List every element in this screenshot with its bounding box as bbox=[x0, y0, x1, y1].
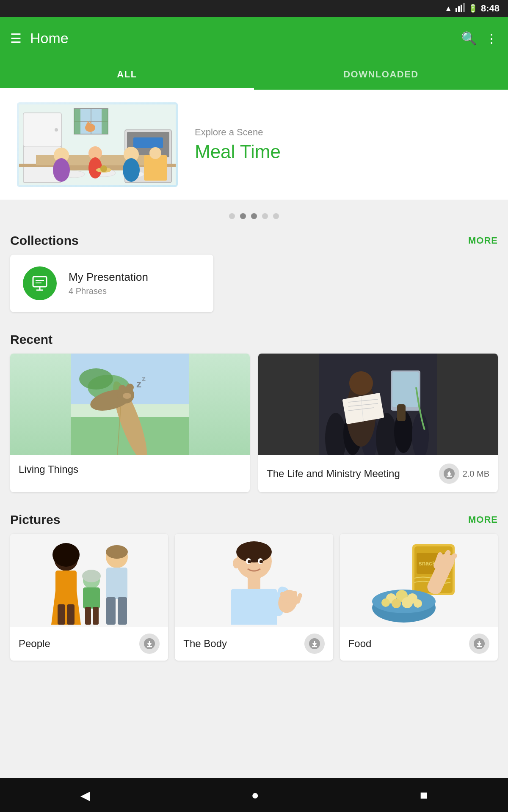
body-footer: The Body bbox=[175, 627, 333, 661]
battery-icon: 🔋 bbox=[468, 4, 478, 13]
svg-rect-37 bbox=[144, 155, 167, 181]
people-image bbox=[10, 534, 168, 627]
banner-subtitle: Explore a Scene bbox=[195, 127, 491, 138]
banner: Explore a Scene Meal Time bbox=[0, 90, 508, 200]
app-title: Home bbox=[30, 30, 453, 47]
pictures-more[interactable]: MORE bbox=[468, 514, 498, 525]
ministry-download[interactable]: 2.0 MB bbox=[439, 464, 489, 484]
recent-card-ministry[interactable]: The Life and Ministry Meeting 2.0 MB bbox=[258, 354, 498, 492]
recent-title: Recent bbox=[10, 332, 52, 347]
signal-icon bbox=[456, 3, 465, 14]
meal-time-illustration bbox=[19, 104, 176, 185]
svg-text:snack: snack bbox=[419, 560, 436, 567]
svg-point-11 bbox=[86, 122, 91, 127]
nav-back-button[interactable]: ◀ bbox=[80, 788, 90, 803]
collections-title: Collections bbox=[10, 233, 79, 248]
ministry-size: 2.0 MB bbox=[463, 469, 489, 479]
people-footer: People bbox=[10, 627, 168, 661]
collections-area: My Presentation 4 Phrases bbox=[0, 255, 508, 322]
ministry-image bbox=[258, 354, 498, 455]
svg-rect-0 bbox=[456, 8, 457, 12]
food-download-icon[interactable] bbox=[469, 634, 489, 654]
svg-point-111 bbox=[233, 558, 240, 568]
people-label: People bbox=[19, 638, 50, 650]
dot-5[interactable] bbox=[273, 213, 279, 219]
collections-more[interactable]: MORE bbox=[468, 235, 498, 246]
svg-rect-9 bbox=[102, 109, 108, 134]
download-icon bbox=[144, 638, 155, 650]
picture-card-body[interactable]: The Body bbox=[175, 534, 333, 661]
pictures-title: Pictures bbox=[10, 513, 60, 527]
svg-rect-92 bbox=[83, 587, 100, 609]
svg-point-16 bbox=[55, 128, 58, 132]
svg-point-85 bbox=[52, 543, 80, 567]
svg-rect-1 bbox=[458, 6, 460, 12]
more-icon[interactable]: ⋮ bbox=[485, 31, 498, 46]
menu-icon[interactable]: ☰ bbox=[10, 31, 22, 46]
living-things-label: Living Things bbox=[19, 464, 78, 475]
svg-point-36 bbox=[123, 158, 140, 182]
living-things-image: z z bbox=[10, 354, 250, 455]
app-bar: ☰ Home 🔍 ⋮ bbox=[0, 17, 508, 59]
picture-card-food[interactable]: snack bbox=[340, 534, 498, 661]
collection-card[interactable]: My Presentation 4 Phrases bbox=[10, 255, 213, 312]
svg-rect-97 bbox=[106, 568, 127, 599]
svg-point-110 bbox=[260, 560, 263, 563]
nav-recent-button[interactable]: ■ bbox=[420, 788, 428, 802]
collection-icon bbox=[23, 266, 57, 300]
svg-rect-98 bbox=[106, 597, 116, 625]
bottom-nav: ◀ ● ■ bbox=[0, 778, 508, 812]
dot-1[interactable] bbox=[229, 213, 235, 219]
svg-point-91 bbox=[82, 570, 101, 582]
tabs: ALL DOWNLOADED bbox=[0, 59, 508, 90]
ministry-label: The Life and Ministry Meeting bbox=[267, 468, 400, 480]
svg-rect-93 bbox=[85, 607, 91, 625]
living-things-illustration: z z bbox=[71, 354, 189, 455]
recent-header: Recent bbox=[0, 322, 508, 354]
food-illustration: snack bbox=[362, 536, 476, 625]
dot-3[interactable] bbox=[251, 213, 257, 219]
svg-point-55 bbox=[119, 385, 126, 392]
svg-point-56 bbox=[126, 384, 134, 391]
ministry-footer: The Life and Ministry Meeting 2.0 MB bbox=[258, 455, 498, 492]
svg-rect-24 bbox=[133, 137, 163, 148]
people-illustration bbox=[32, 536, 146, 625]
dot-4[interactable] bbox=[262, 213, 268, 219]
svg-point-137 bbox=[414, 599, 422, 608]
food-footer: Food bbox=[340, 627, 498, 661]
nav-home-button[interactable]: ● bbox=[251, 788, 259, 802]
status-icons: ▲ 🔋 8:48 bbox=[444, 3, 500, 14]
banner-text: Explore a Scene Meal Time bbox=[195, 127, 491, 162]
download-icon bbox=[443, 468, 455, 480]
svg-rect-76 bbox=[397, 404, 406, 421]
collection-name: My Presentation bbox=[69, 271, 148, 284]
banner-image[interactable] bbox=[17, 102, 178, 187]
svg-rect-99 bbox=[118, 597, 127, 625]
banner-title: Meal Time bbox=[195, 141, 491, 162]
wifi-icon: ▲ bbox=[444, 4, 452, 13]
status-bar: ▲ 🔋 8:48 bbox=[0, 0, 508, 17]
picture-card-people[interactable]: People bbox=[10, 534, 168, 661]
svg-text:z: z bbox=[136, 378, 141, 390]
svg-point-68 bbox=[349, 371, 373, 395]
svg-rect-113 bbox=[231, 589, 277, 625]
tab-downloaded[interactable]: DOWNLOADED bbox=[254, 59, 508, 90]
body-image bbox=[175, 534, 333, 627]
recent-card-living-things[interactable]: z z Living Things bbox=[10, 354, 250, 492]
banner-dots bbox=[0, 206, 508, 223]
download-icon bbox=[309, 638, 320, 650]
svg-point-32 bbox=[53, 158, 70, 182]
svg-point-96 bbox=[106, 545, 128, 559]
status-time: 8:48 bbox=[481, 3, 500, 14]
download-icon bbox=[473, 638, 485, 650]
search-icon[interactable]: 🔍 bbox=[461, 31, 477, 46]
dot-2[interactable] bbox=[240, 213, 246, 219]
people-download-icon[interactable] bbox=[139, 634, 160, 654]
download-icon-circle bbox=[439, 464, 459, 484]
tab-all[interactable]: ALL bbox=[0, 59, 254, 90]
pictures-area: People bbox=[0, 534, 508, 671]
body-download-icon[interactable] bbox=[304, 634, 325, 654]
svg-rect-89 bbox=[67, 604, 75, 625]
pictures-header: Pictures MORE bbox=[0, 502, 508, 534]
body-illustration bbox=[197, 536, 311, 625]
